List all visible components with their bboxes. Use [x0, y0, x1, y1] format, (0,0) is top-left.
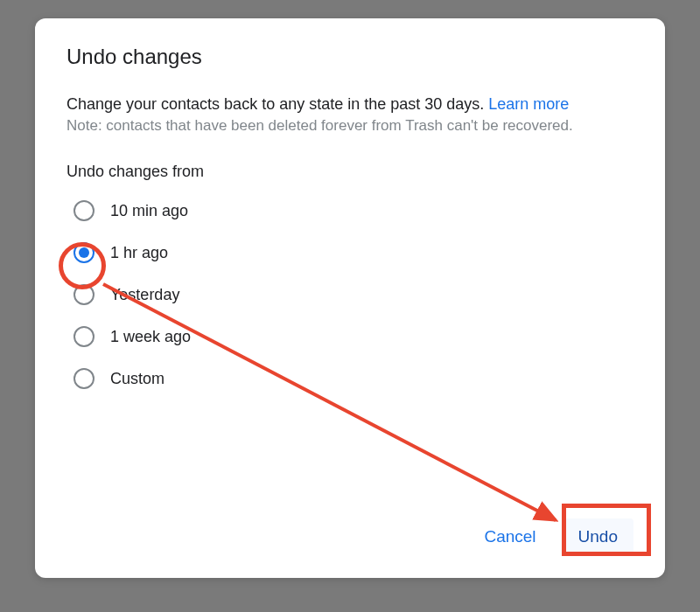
- undo-button[interactable]: Undo: [563, 518, 634, 555]
- dialog-note: Note: contacts that have been deleted fo…: [66, 117, 634, 135]
- radio-option-10min[interactable]: 10 min ago: [74, 200, 634, 221]
- radio-icon: [74, 242, 94, 263]
- radio-icon: [74, 284, 94, 305]
- radio-label: 1 hr ago: [110, 244, 168, 262]
- radio-icon: [74, 368, 94, 389]
- section-label: Undo changes from: [66, 163, 634, 181]
- radio-label: 10 min ago: [110, 202, 188, 220]
- learn-more-link[interactable]: Learn more: [488, 95, 569, 113]
- radio-label: Custom: [110, 370, 164, 388]
- cancel-button[interactable]: Cancel: [468, 518, 551, 555]
- radio-option-1week[interactable]: 1 week ago: [74, 326, 634, 347]
- radio-option-yesterday[interactable]: Yesterday: [74, 284, 634, 305]
- dialog-actions: Cancel Undo: [468, 518, 634, 555]
- description-text: Change your contacts back to any state i…: [66, 95, 488, 113]
- dialog-description: Change your contacts back to any state i…: [66, 94, 634, 115]
- radio-icon: [74, 326, 94, 347]
- undo-time-radio-group: 10 min ago 1 hr ago Yesterday 1 week ago…: [66, 200, 634, 389]
- undo-changes-dialog: Undo changes Change your contacts back t…: [35, 18, 665, 578]
- dialog-title: Undo changes: [66, 45, 634, 69]
- radio-option-custom[interactable]: Custom: [74, 368, 634, 389]
- radio-option-1hr[interactable]: 1 hr ago: [74, 242, 634, 263]
- radio-label: Yesterday: [110, 286, 179, 304]
- radio-icon: [74, 200, 94, 221]
- radio-label: 1 week ago: [110, 328, 191, 346]
